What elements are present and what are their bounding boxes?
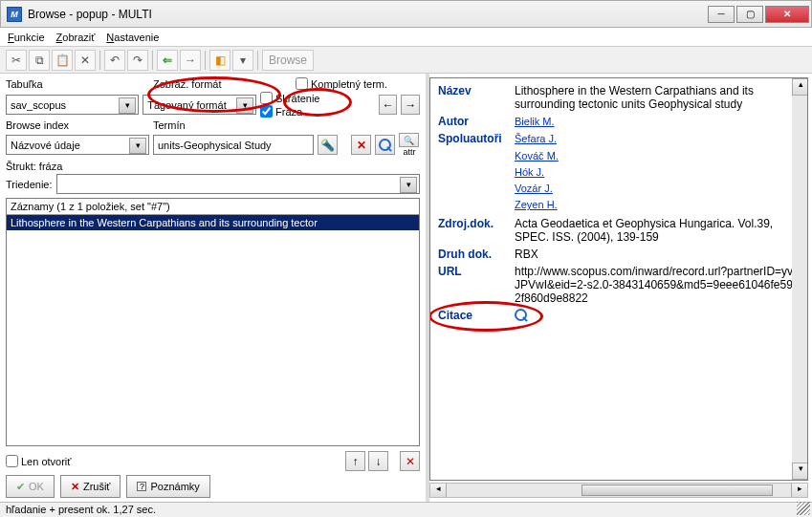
kompletny-term-label: Kompletný term. [311, 78, 387, 90]
zobr-format-combo[interactable]: Tágovaný formát [143, 95, 256, 115]
copy-icon[interactable]: ⧉ [29, 50, 50, 71]
len-otvorit-checkbox[interactable] [6, 455, 18, 467]
ok-button[interactable]: ✔OK [6, 475, 55, 498]
coauthor-link[interactable]: Šefara J. [515, 133, 557, 144]
kompletny-term-checkbox[interactable] [296, 77, 308, 90]
undo-icon[interactable]: ↶ [104, 50, 125, 71]
delete-icon[interactable]: ✕ [75, 50, 96, 71]
triedenie-combo[interactable] [56, 174, 420, 194]
skratenie-checkbox[interactable] [260, 92, 273, 104]
fraza-label: Fráza [275, 106, 302, 118]
horizontal-scrollbar[interactable] [429, 483, 808, 498]
toolbar: ✂ ⧉ 📋 ✕ ↶ ↷ ⇐ → ◧ ▾ Browse [0, 47, 812, 74]
vertical-scrollbar[interactable] [792, 78, 807, 480]
coauthor-link[interactable]: Kováč M. [515, 150, 559, 162]
redo-icon[interactable]: ↷ [127, 50, 148, 71]
strukt-label: Štrukt: fráza [6, 161, 420, 172]
move-down-button[interactable]: ↓ [368, 451, 388, 471]
prev-char-button[interactable]: ← [379, 95, 398, 115]
druh-value: RBX [515, 248, 800, 261]
coauthor-link[interactable]: Vozár J. [515, 183, 553, 194]
zobr-format-value: Tágovaný formát [147, 99, 227, 111]
paste-icon[interactable]: 📋 [52, 50, 73, 71]
coauthor-link[interactable]: Hók J. [515, 166, 544, 178]
back-icon[interactable]: ⇐ [157, 50, 178, 71]
records-list[interactable]: Záznamy (1 z 1 položiek, set "#7") Litho… [6, 198, 420, 446]
statusbar: hľadanie + present ok. 1,27 sec. [0, 502, 812, 517]
clear-button[interactable]: ✕ [351, 135, 371, 155]
cancel-button[interactable]: ✕Zrušiť [60, 475, 121, 498]
resize-grip[interactable] [797, 502, 810, 515]
citace-search-icon[interactable] [515, 309, 528, 322]
menu-nastavenie[interactable]: Nastavenie [106, 32, 159, 43]
zdroj-value: Acta Geodaetica et Geophysica Hungarica.… [515, 217, 800, 244]
tabulka-label: Tabuľka [6, 78, 149, 90]
tabulka-combo[interactable]: sav_scopus [6, 95, 139, 115]
termin-label: Termín [153, 119, 420, 131]
scrollbar-thumb[interactable] [582, 485, 773, 496]
app-icon: M [7, 7, 22, 22]
url-label: URL [438, 265, 515, 305]
len-otvorit-label: Len otvoriť [21, 456, 71, 467]
druh-label: Druh dok. [438, 248, 515, 261]
cube-icon[interactable]: ◧ [209, 50, 230, 71]
termin-input[interactable] [153, 135, 314, 155]
menu-funkcie[interactable]: Funkcie [8, 32, 45, 43]
remove-button[interactable]: ✕ [400, 451, 420, 471]
cut-icon[interactable]: ✂ [6, 50, 27, 71]
browse-button[interactable]: Browse [262, 50, 314, 71]
right-pane: Název Lithosphere in the Western Carpath… [429, 74, 812, 502]
autor-label: Autor [438, 115, 515, 128]
attr-label: attr [399, 147, 420, 157]
fraza-checkbox[interactable] [260, 105, 273, 118]
zdroj-label: Zdroj.dok. [438, 217, 515, 244]
dropdown-icon[interactable]: ▾ [232, 50, 253, 71]
nazev-value: Lithosphere in the Western Carpathians a… [515, 84, 800, 111]
status-text: hľadanie + present ok. 1,27 sec. [6, 504, 156, 515]
search-button[interactable] [375, 135, 395, 155]
spoluautori-label: Spoluautoři [438, 132, 515, 145]
nazev-label: Název [438, 84, 515, 111]
detail-panel: Název Lithosphere in the Western Carpath… [429, 77, 808, 481]
skratenie-label: Skrátenie [275, 93, 319, 104]
window-title: Browse - popup - MULTI [28, 8, 708, 21]
triedenie-label: Triedenie: [6, 179, 53, 190]
attr-button[interactable]: 🔍 [399, 133, 419, 147]
records-row[interactable]: Lithosphere in the Western Carpathians a… [7, 215, 419, 230]
browse-index-label: Browse index [6, 119, 149, 131]
maximize-button[interactable]: ▢ [736, 6, 763, 23]
coauthor-link[interactable]: Zeyen H. [515, 199, 558, 210]
menu-zobrazit[interactable]: Zobraziť [56, 32, 96, 43]
citace-label: Citace [438, 309, 515, 325]
browse-index-combo[interactable]: Názvové údaje [6, 135, 149, 155]
notes-button[interactable]: ?Poznámky [126, 475, 209, 498]
next-char-button[interactable]: → [401, 95, 420, 115]
records-header: Záznamy (1 z 1 položiek, set "#7") [7, 199, 419, 215]
tabulka-value: sav_scopus [11, 99, 66, 111]
forward-icon[interactable]: → [180, 50, 201, 71]
autor-link[interactable]: Bielik M. [515, 116, 555, 127]
left-pane: Tabuľka Zobraz. formát Kompletný term. s… [0, 74, 429, 502]
browse-index-value: Názvové údaje [11, 140, 80, 151]
menubar: Funkcie Zobraziť Nastavenie [0, 28, 812, 47]
termin-lookup-button[interactable]: 🔦 [318, 135, 338, 155]
close-button[interactable]: ✕ [765, 6, 809, 23]
move-up-button[interactable]: ↑ [345, 451, 365, 471]
url-value: http://www.scopus.com/inward/record.url?… [515, 265, 800, 305]
zobr-format-label: Zobraz. formát [153, 78, 292, 90]
magnifier-icon [379, 139, 392, 152]
titlebar: M Browse - popup - MULTI ─ ▢ ✕ [0, 0, 812, 28]
minimize-button[interactable]: ─ [708, 6, 735, 23]
